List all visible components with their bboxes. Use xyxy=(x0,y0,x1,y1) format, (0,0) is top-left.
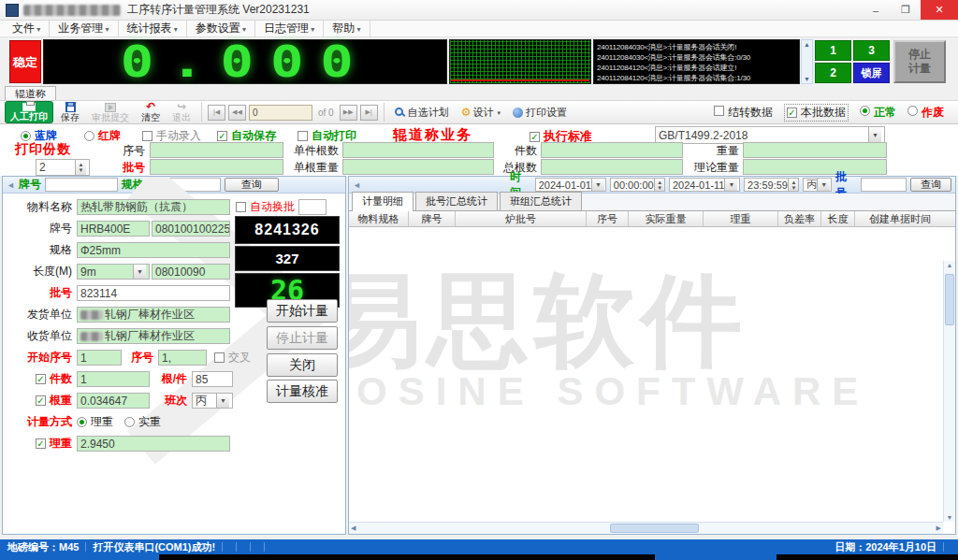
chevron-down-icon[interactable]: ▼ xyxy=(868,127,881,143)
red-plate-radio[interactable]: 红牌 xyxy=(84,128,121,144)
sender-input[interactable]: 轧钢厂棒材作业区 xyxy=(77,307,230,323)
chevron-down-icon[interactable]: ▼ xyxy=(591,179,604,191)
cross-checkbox[interactable]: 交叉 xyxy=(214,350,251,366)
manual-print-button[interactable]: 人工打印 xyxy=(5,101,53,123)
design-button[interactable]: 设计 ▾ xyxy=(457,101,505,123)
tab-shift-summary[interactable]: 班组汇总统计 xyxy=(500,192,582,210)
total-roots-field[interactable] xyxy=(541,159,683,175)
chevron-down-icon[interactable]: ▼ xyxy=(216,394,229,408)
col-length[interactable]: 长度 xyxy=(821,211,855,226)
stop-measure-button[interactable]: 停止计量 xyxy=(893,40,946,83)
col-neg-tolerance[interactable]: 负差率 xyxy=(778,211,821,226)
carryover-checkbox[interactable]: 结转数据 xyxy=(714,105,773,121)
menu-help[interactable]: 帮助 xyxy=(324,20,370,37)
heat-batch-input[interactable]: 823114 xyxy=(77,285,230,301)
scrollbar-thumb[interactable] xyxy=(610,524,699,533)
theory-weight-checkbox[interactable]: 理重 xyxy=(7,436,72,452)
nav-next-button[interactable]: ▶▶ xyxy=(340,105,357,121)
scroll-down-icon[interactable]: ▼ xyxy=(947,514,953,521)
stepper-arrows-icon[interactable]: ▲▼ xyxy=(75,160,86,175)
scale-3-button[interactable]: 3 xyxy=(853,40,890,61)
menu-logs[interactable]: 日志管理 xyxy=(255,20,324,37)
chevron-down-icon[interactable]: ▼ xyxy=(133,265,146,279)
menu-params[interactable]: 参数设置 xyxy=(187,20,255,37)
close-form-button[interactable]: 关闭 xyxy=(267,353,338,377)
thisbatch-checkbox[interactable]: 本批数据 xyxy=(784,104,849,122)
lock-screen-button[interactable]: 锁屏 xyxy=(853,63,890,83)
scroll-down-icon[interactable]: ▼ xyxy=(804,76,810,82)
chevron-down-icon[interactable]: ▼ xyxy=(724,179,737,191)
scrollbar-thumb[interactable] xyxy=(945,274,954,325)
tab-batch-summary[interactable]: 批号汇总统计 xyxy=(415,192,498,210)
minimize-button[interactable]: – xyxy=(861,0,891,20)
measure-verify-button[interactable]: 计量核准 xyxy=(267,380,338,403)
material-name-input[interactable]: 热轧带肋钢筋（抗震） xyxy=(77,199,230,215)
date-to-select[interactable]: 2024-01-11▼ xyxy=(669,178,740,192)
scroll-left-icon[interactable]: ◀ xyxy=(351,524,356,532)
time-from-stepper[interactable]: 00:00:00▲▼ xyxy=(610,178,665,192)
actual-weight-radio[interactable]: 实重 xyxy=(124,414,161,430)
batch-field[interactable] xyxy=(150,159,283,175)
root-weight-input[interactable]: 0.034647 xyxy=(77,393,150,409)
start-measure-button[interactable]: 开始计量 xyxy=(267,299,338,323)
date-from-select[interactable]: 2024-01-01▼ xyxy=(535,178,606,192)
weight-field[interactable] xyxy=(743,142,887,158)
receiver-input[interactable]: 轧钢厂棒材作业区 xyxy=(77,328,230,344)
time-to-stepper[interactable]: 23:59:59▲▼ xyxy=(744,178,799,192)
left-query-button[interactable]: 查询 xyxy=(225,178,279,192)
tab-roller-scale[interactable]: 辊道称 xyxy=(5,86,56,100)
approve-submit-button[interactable]: 审批提交 xyxy=(87,101,134,123)
close-button[interactable]: ✕ xyxy=(921,0,958,20)
tab-measure-detail[interactable]: 计量明细 xyxy=(352,192,414,211)
log-scrollbar[interactable]: ▲ ▼ xyxy=(801,39,813,84)
nav-prev-button[interactable]: ◀◀ xyxy=(228,105,246,121)
nav-last-button[interactable]: ▶| xyxy=(360,105,378,121)
scroll-up-icon[interactable]: ▲ xyxy=(947,262,953,268)
col-actual-weight[interactable]: 实际重量 xyxy=(629,211,704,226)
record-index-input[interactable]: 0 xyxy=(249,105,312,121)
batch-filter-input[interactable] xyxy=(861,178,907,192)
pieces-count-input[interactable]: 1 xyxy=(77,371,150,387)
normal-radio[interactable]: 正常 xyxy=(860,105,896,121)
table-vertical-scrollbar[interactable]: ▲ ▼ xyxy=(943,261,955,522)
menu-business[interactable]: 业务管理 xyxy=(50,20,118,37)
void-radio[interactable]: 作废 xyxy=(907,105,944,121)
pieces-checkbox[interactable]: 件数 xyxy=(7,371,72,387)
stepper-arrows-icon[interactable]: ▲▼ xyxy=(788,179,799,191)
single-weight-field[interactable] xyxy=(342,159,494,175)
col-material-spec[interactable]: 物料规格 xyxy=(349,211,409,226)
collapse-icon[interactable]: ◄ xyxy=(353,180,361,190)
save-button[interactable]: 保存 xyxy=(56,101,84,123)
theory-weight-value-input[interactable]: 2.9450 xyxy=(77,436,230,452)
nav-first-button[interactable]: |◀ xyxy=(208,105,225,121)
copies-stepper[interactable]: 2▲▼ xyxy=(36,159,90,176)
print-setup-button[interactable]: 打印设置 xyxy=(508,101,572,123)
exit-button[interactable]: 退出 xyxy=(167,101,196,123)
menu-file[interactable]: 文件 xyxy=(4,20,50,37)
collapse-icon[interactable]: ◄ xyxy=(7,180,15,190)
clear-button[interactable]: 清空 xyxy=(137,101,165,123)
right-query-button[interactable]: 查询 xyxy=(910,178,951,192)
autoswap-input[interactable] xyxy=(298,199,327,215)
menu-reports[interactable]: 统计报表 xyxy=(119,20,187,37)
col-grade[interactable]: 牌号 xyxy=(409,211,456,226)
pieces-field[interactable] xyxy=(541,142,683,158)
col-heat-batch[interactable]: 炉批号 xyxy=(456,211,587,226)
theory-weight-field[interactable] xyxy=(743,159,887,175)
theory-weight-radio[interactable]: 理重 xyxy=(77,414,113,430)
shift-filter-select[interactable]: 丙▼ xyxy=(803,178,832,192)
grade-input[interactable]: HRB400E xyxy=(77,221,150,237)
roots-per-piece-input[interactable]: 85 xyxy=(192,371,233,387)
autoswap-checkbox[interactable]: 自动换批 xyxy=(236,199,295,215)
length-code-input[interactable]: 08010090 xyxy=(152,264,230,280)
col-theory-weight[interactable]: 理重 xyxy=(704,211,778,226)
scale-2-button[interactable]: 2 xyxy=(815,63,851,83)
length-select[interactable]: 9m▼ xyxy=(77,264,150,280)
shift-select[interactable]: 丙▼ xyxy=(192,393,233,409)
stepper-arrows-icon[interactable]: ▲▼ xyxy=(654,179,665,191)
col-seq[interactable]: 序号 xyxy=(587,211,629,226)
root-weight-checkbox[interactable]: 根重 xyxy=(7,393,72,409)
chevron-down-icon[interactable]: ▼ xyxy=(817,179,830,191)
scale-1-button[interactable]: 1 xyxy=(815,40,851,61)
roots-per-piece-field[interactable] xyxy=(342,142,494,158)
